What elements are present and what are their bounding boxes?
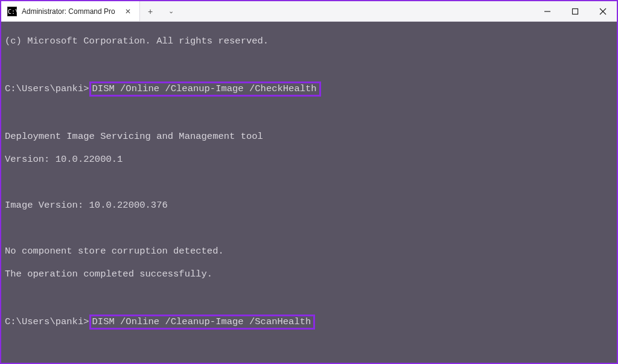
command-scanhealth: DISM /Online /Cleanup-Image /ScanHealth [89, 315, 316, 330]
window-controls [534, 1, 617, 21]
maximize-button[interactable] [561, 1, 589, 21]
tab-command-prompt[interactable]: C:\ Administrator: Command Prompt ✕ [1, 1, 140, 21]
new-tab-button[interactable]: + [140, 7, 161, 16]
image-version-line: Image Version: 10.0.22000.376 [5, 200, 613, 211]
copyright-line: (c) Microsoft Corporation. All rights re… [5, 36, 613, 47]
terminal-output[interactable]: (c) Microsoft Corporation. All rights re… [1, 22, 617, 363]
op-success-line: The operation completed successfully. [5, 269, 613, 280]
close-tab-button[interactable]: ✕ [123, 6, 133, 17]
tab-title: Administrator: Command Prompt [22, 7, 115, 16]
prompt: C:\Users\panki> [5, 83, 89, 94]
cmd-icon: C:\ [7, 7, 17, 16]
svg-rect-1 [573, 8, 578, 14]
version-line: Version: 10.0.22000.1 [5, 154, 613, 165]
tab-actions: + ⌄ [140, 1, 181, 21]
close-window-button[interactable] [589, 1, 617, 21]
tab-dropdown-button[interactable]: ⌄ [161, 7, 181, 15]
tool-line: Deployment Image Servicing and Managemen… [5, 131, 613, 142]
titlebar[interactable]: C:\ Administrator: Command Prompt ✕ + ⌄ [1, 1, 617, 22]
command-checkhealth: DISM /Online /Cleanup-Image /CheckHealth [89, 81, 321, 97]
minimize-button[interactable] [534, 1, 561, 21]
prompt: C:\Users\panki> [5, 316, 89, 327]
window-frame: C:\ Administrator: Command Prompt ✕ + ⌄ … [0, 0, 618, 364]
no-corruption-line: No component store corruption detected. [5, 246, 613, 257]
